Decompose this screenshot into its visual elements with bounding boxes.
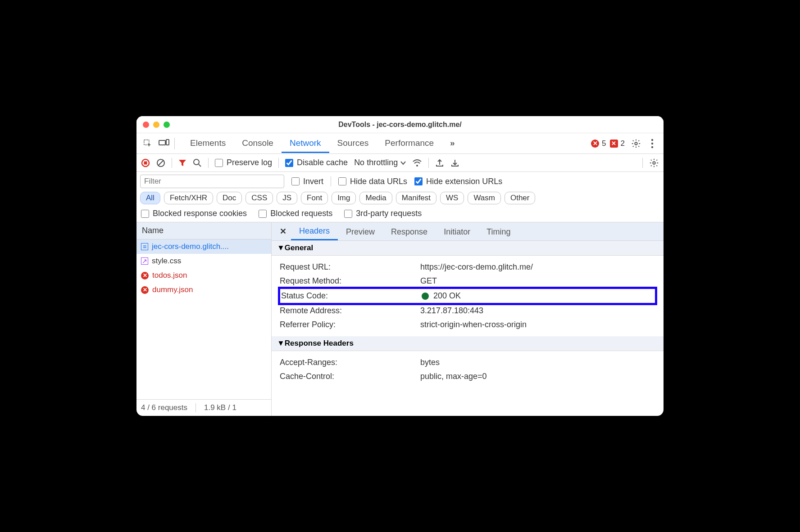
type-filter-row: All Fetch/XHR Doc CSS JS Font Img Media … — [136, 190, 664, 206]
issue-icon: ✕ — [610, 140, 618, 148]
detail-tab-initiator[interactable]: Initiator — [436, 223, 478, 240]
request-row[interactable]: ✕ todos.json — [136, 268, 271, 283]
name-column-header[interactable]: Name — [136, 222, 271, 239]
error-icon: ✕ — [141, 272, 149, 280]
response-headers-section-header[interactable]: ▼Response Headers — [272, 336, 664, 351]
error-icon: ✕ — [141, 286, 149, 294]
issue-count: 2 — [621, 139, 625, 148]
inspect-icon[interactable] — [140, 136, 155, 151]
third-party-checkbox[interactable]: 3rd-party requests — [344, 209, 422, 218]
tab-elements[interactable]: Elements — [182, 134, 234, 153]
error-icon: ✕ — [591, 140, 599, 148]
type-chip-doc[interactable]: Doc — [217, 192, 242, 204]
type-chip-other[interactable]: Other — [505, 192, 536, 204]
kv-key: Request Method: — [280, 276, 420, 286]
tab-console[interactable]: Console — [234, 134, 282, 153]
kv-value: bytes — [420, 358, 440, 367]
filter-funnel-icon[interactable] — [178, 159, 186, 167]
type-chip-ws[interactable]: WS — [440, 192, 464, 204]
request-count: 4 / 6 requests — [141, 403, 187, 412]
detail-tab-headers[interactable]: Headers — [291, 222, 338, 240]
kv-row: Request URL: https://jec-cors-demo.glitc… — [280, 260, 655, 274]
general-section: Request URL: https://jec-cors-demo.glitc… — [272, 256, 664, 336]
main-tabs: Elements Console Network Sources Perform… — [182, 134, 463, 153]
request-row[interactable]: ✕ dummy.json — [136, 283, 271, 297]
close-detail-button[interactable]: ✕ — [275, 223, 291, 240]
download-har-icon[interactable] — [450, 158, 459, 167]
request-row[interactable]: ≡ jec-cors-demo.glitch.... — [136, 239, 271, 254]
type-chip-img[interactable]: Img — [332, 192, 356, 204]
svg-point-3 — [635, 142, 637, 145]
type-chip-js[interactable]: JS — [277, 192, 297, 204]
disable-cache-input[interactable] — [285, 159, 293, 167]
svg-point-13 — [416, 165, 418, 167]
network-settings-gear-icon[interactable] — [649, 158, 659, 168]
kv-key: Request URL: — [280, 262, 420, 272]
upload-har-icon[interactable] — [435, 158, 444, 167]
general-section-header[interactable]: ▼General — [272, 241, 664, 256]
detail-tab-timing[interactable]: Timing — [478, 223, 518, 240]
disable-cache-checkbox[interactable]: Disable cache — [285, 158, 348, 167]
blocked-cookies-checkbox[interactable]: Blocked response cookies — [141, 209, 247, 218]
request-row[interactable]: ↗ style.css — [136, 254, 271, 268]
tab-sources[interactable]: Sources — [329, 134, 377, 153]
traffic-lights — [143, 122, 170, 128]
preserve-log-input[interactable] — [215, 159, 223, 167]
split-pane: Name ≡ jec-cors-demo.glitch.... ↗ style.… — [136, 222, 664, 416]
kv-row: Referrer Policy: strict-origin-when-cros… — [280, 318, 655, 332]
tab-network[interactable]: Network — [282, 134, 329, 153]
detail-tab-response[interactable]: Response — [383, 223, 436, 240]
svg-point-4 — [651, 139, 653, 140]
minimize-window-button[interactable] — [153, 122, 159, 128]
type-chip-manifest[interactable]: Manifest — [396, 192, 436, 204]
kv-row: Accept-Ranges: bytes — [280, 356, 655, 370]
hide-data-urls-label: Hide data URLs — [350, 177, 407, 186]
network-conditions-icon[interactable] — [412, 159, 422, 167]
kv-value: 200 OK — [422, 291, 461, 301]
settings-gear-icon[interactable] — [628, 136, 644, 151]
request-list-pane: Name ≡ jec-cors-demo.glitch.... ↗ style.… — [136, 222, 272, 416]
kv-row: Status Code: 200 OK — [281, 289, 654, 303]
type-chip-all[interactable]: All — [140, 192, 160, 204]
kebab-menu-icon[interactable] — [645, 136, 660, 151]
detail-tab-preview[interactable]: Preview — [338, 223, 383, 240]
svg-line-12 — [199, 164, 201, 167]
type-chip-font[interactable]: Font — [301, 192, 328, 204]
search-icon[interactable] — [193, 158, 202, 167]
type-chip-media[interactable]: Media — [359, 192, 392, 204]
detail-pane: ✕ Headers Preview Response Initiator Tim… — [272, 222, 664, 416]
preserve-log-label: Preserve log — [227, 158, 272, 167]
kv-value: https://jec-cors-demo.glitch.me/ — [420, 262, 533, 272]
type-chip-css[interactable]: CSS — [245, 192, 273, 204]
hide-data-urls-checkbox[interactable]: Hide data URLs — [338, 177, 407, 186]
type-chip-wasm[interactable]: Wasm — [468, 192, 501, 204]
kv-value: GET — [420, 276, 437, 286]
record-button[interactable] — [141, 158, 150, 167]
chevron-down-icon — [400, 160, 406, 166]
device-toggle-icon[interactable] — [156, 136, 172, 151]
request-name: style.css — [152, 257, 181, 266]
svg-line-10 — [158, 160, 164, 166]
kv-key: Accept-Ranges: — [280, 358, 420, 367]
filter-input[interactable] — [140, 175, 284, 188]
blocked-requests-checkbox[interactable]: Blocked requests — [259, 209, 332, 218]
preserve-log-checkbox[interactable]: Preserve log — [215, 158, 272, 167]
tabs-overflow-button[interactable]: » — [442, 134, 463, 153]
zoom-window-button[interactable] — [164, 122, 170, 128]
filter-row: Invert Hide data URLs Hide extension URL… — [136, 172, 664, 190]
request-list: ≡ jec-cors-demo.glitch.... ↗ style.css ✕… — [136, 239, 271, 399]
svg-point-6 — [651, 146, 653, 148]
transfer-size: 1.9 kB / 1 — [204, 403, 236, 412]
stylesheet-icon: ↗ — [141, 257, 148, 265]
throttling-select[interactable]: No throttling — [354, 158, 406, 167]
request-name: todos.json — [152, 271, 187, 280]
type-chip-fetchxhr[interactable]: Fetch/XHR — [164, 192, 213, 204]
tab-performance[interactable]: Performance — [377, 134, 442, 153]
request-name: dummy.json — [152, 285, 193, 294]
invert-checkbox[interactable]: Invert — [291, 177, 323, 186]
clear-button[interactable] — [156, 158, 165, 167]
issue-count-badge[interactable]: ✕ 2 — [610, 139, 625, 148]
error-count-badge[interactable]: ✕ 5 — [591, 139, 606, 148]
hide-extension-urls-checkbox[interactable]: Hide extension URLs — [414, 177, 502, 186]
close-window-button[interactable] — [143, 122, 149, 128]
